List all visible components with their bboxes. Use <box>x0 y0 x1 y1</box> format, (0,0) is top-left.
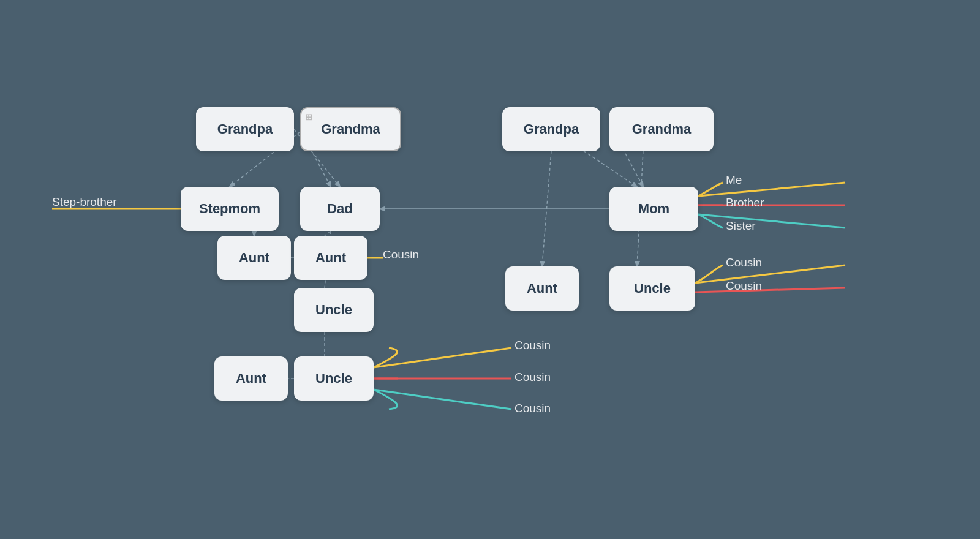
svg-line-23 <box>695 288 845 292</box>
node-aunt-left-mid[interactable]: Aunt <box>294 236 368 280</box>
svg-line-4 <box>325 231 331 236</box>
node-grandma-right[interactable]: Grandma <box>609 107 714 151</box>
label-cousin-bot-3: Cousin <box>514 402 551 415</box>
connections-svg <box>0 0 980 539</box>
node-label: Uncle <box>315 371 352 386</box>
node-label: Stepmom <box>199 201 260 217</box>
label-cousin-r2: Cousin <box>726 279 762 293</box>
node-label: Grandma <box>632 121 692 137</box>
node-label: Grandma <box>321 121 380 137</box>
node-aunt-left-top[interactable]: Aunt <box>217 236 291 280</box>
label-cousin-aunt-mid: Cousin <box>383 248 419 262</box>
node-aunt-left-bot[interactable]: Aunt <box>214 356 288 401</box>
node-label: Uncle <box>634 281 671 296</box>
label-cousin-r1: Cousin <box>726 256 762 270</box>
node-label: Aunt <box>239 250 270 266</box>
node-label: Uncle <box>315 302 352 318</box>
node-grandpa-left[interactable]: Grandpa <box>196 107 294 151</box>
node-grandpa-right[interactable]: Grandpa <box>502 107 600 151</box>
node-label: Grandpa <box>524 121 579 137</box>
node-dad[interactable]: Dad <box>300 187 380 231</box>
svg-line-18 <box>374 390 511 409</box>
label-brother: Brother <box>726 196 764 209</box>
node-aunt-right[interactable]: Aunt <box>505 266 579 311</box>
label-me: Me <box>726 173 742 187</box>
node-uncle-left-mid[interactable]: Uncle <box>294 288 374 332</box>
node-label: Aunt <box>315 250 346 266</box>
node-label: Grandpa <box>217 121 273 137</box>
node-stepmom[interactable]: Stepmom <box>181 187 279 231</box>
node-uncle-right[interactable]: Uncle <box>609 266 695 311</box>
label-sister: Sister <box>726 219 756 233</box>
node-label: Mom <box>638 201 669 217</box>
node-mom[interactable]: Mom <box>609 187 698 231</box>
node-label: Aunt <box>236 371 266 386</box>
node-label: Dad <box>327 201 353 217</box>
label-cousin-bot-2: Cousin <box>514 371 551 384</box>
label-step-brother: Step-brother <box>52 195 117 209</box>
node-uncle-left-bot[interactable]: Uncle <box>294 356 374 401</box>
node-grandma-left[interactable]: ⊞ Grandma <box>300 107 401 151</box>
node-label: Aunt <box>527 281 557 296</box>
svg-line-16 <box>374 348 511 368</box>
label-cousin-bot-1: Cousin <box>514 339 551 352</box>
